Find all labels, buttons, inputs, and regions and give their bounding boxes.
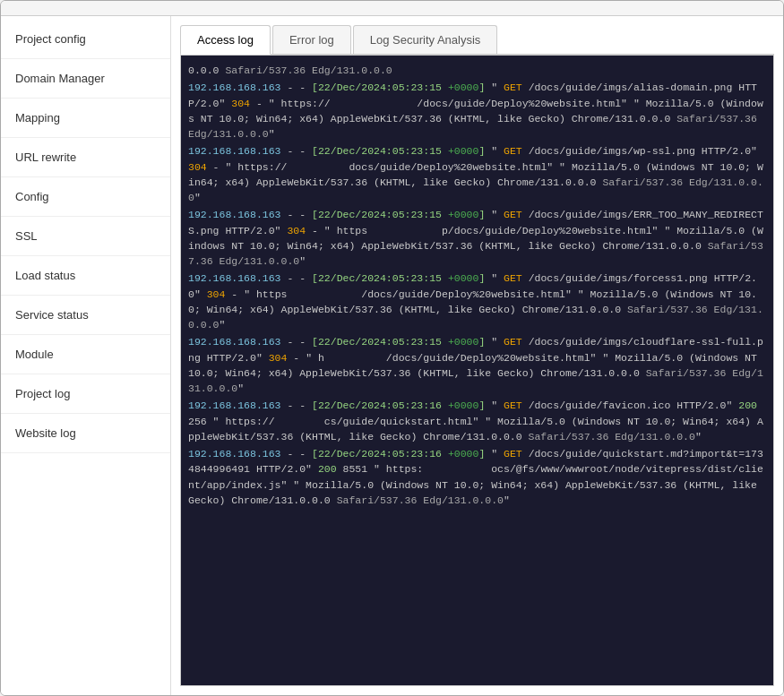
sidebar-item-mapping[interactable]: Mapping bbox=[1, 99, 170, 138]
sidebar-item-config[interactable]: Config bbox=[1, 177, 170, 217]
sidebar: Project configDomain ManagerMappingURL r… bbox=[1, 16, 171, 695]
sidebar-item-module[interactable]: Module bbox=[1, 335, 170, 374]
sidebar-item-website-log[interactable]: Website log bbox=[1, 414, 170, 453]
main-window: Project configDomain ManagerMappingURL r… bbox=[0, 0, 784, 696]
title-bar bbox=[1, 1, 783, 16]
sidebar-item-project-config[interactable]: Project config bbox=[1, 20, 170, 59]
sidebar-item-url-rewrite[interactable]: URL rewrite bbox=[1, 138, 170, 177]
sidebar-item-ssl[interactable]: SSL bbox=[1, 217, 170, 256]
tabs-bar: Access logError logLog Security Analysis bbox=[180, 25, 774, 55]
content-area: Access logError logLog Security Analysis… bbox=[171, 16, 783, 695]
sidebar-item-load-status[interactable]: Load status bbox=[1, 256, 170, 296]
sidebar-item-project-log[interactable]: Project log bbox=[1, 374, 170, 414]
tab-error-log[interactable]: Error log bbox=[272, 25, 351, 54]
main-layout: Project configDomain ManagerMappingURL r… bbox=[1, 16, 783, 695]
tab-log-security-analysis[interactable]: Log Security Analysis bbox=[353, 25, 498, 54]
tab-access-log[interactable]: Access log bbox=[180, 25, 271, 55]
sidebar-item-domain-manager[interactable]: Domain Manager bbox=[1, 59, 170, 99]
sidebar-item-service-status[interactable]: Service status bbox=[1, 296, 170, 335]
log-container[interactable]: 0.0.0 Safari/537.36 Edg/131.0.0.0192.168… bbox=[180, 55, 774, 686]
